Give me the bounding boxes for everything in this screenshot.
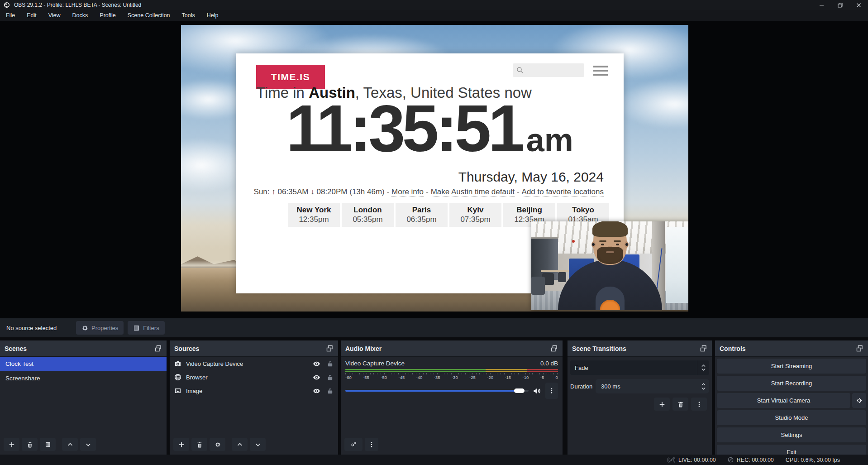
select-spinner[interactable] bbox=[697, 360, 709, 375]
lock-icon[interactable] bbox=[327, 360, 334, 367]
more-info-link[interactable]: More info bbox=[391, 187, 424, 197]
plus-icon bbox=[659, 401, 665, 407]
scenes-panel-header[interactable]: Scenes bbox=[0, 340, 167, 357]
duration-spinner[interactable] bbox=[701, 379, 706, 393]
mixer-toolbar bbox=[344, 438, 378, 451]
trash-icon bbox=[27, 441, 33, 448]
add-source-button[interactable] bbox=[173, 438, 189, 451]
move-scene-down-button[interactable] bbox=[80, 438, 96, 451]
menu-file[interactable]: File bbox=[0, 10, 21, 21]
trash-icon bbox=[677, 401, 684, 407]
volume-slider[interactable] bbox=[345, 386, 529, 396]
remove-scene-button[interactable] bbox=[22, 438, 38, 451]
transition-menu-button[interactable] bbox=[691, 398, 707, 411]
lock-icon[interactable] bbox=[327, 374, 334, 381]
audio-mixer-header[interactable]: Audio Mixer bbox=[341, 340, 563, 357]
menu-help[interactable]: Help bbox=[201, 10, 224, 21]
move-source-up-button[interactable] bbox=[232, 438, 248, 451]
chevron-down-icon bbox=[701, 387, 706, 390]
start-streaming-button[interactable]: Start Streaming bbox=[717, 359, 866, 374]
studio-mode-button[interactable]: Studio Mode bbox=[717, 410, 866, 425]
remove-source-button[interactable] bbox=[191, 438, 207, 451]
popout-icon[interactable] bbox=[326, 345, 334, 352]
source-row-image[interactable]: Image bbox=[170, 384, 338, 398]
volume-slider-handle[interactable] bbox=[514, 388, 525, 393]
chevron-up-icon bbox=[67, 441, 73, 448]
webcam-bright-window bbox=[666, 227, 688, 303]
visibility-eye-icon[interactable] bbox=[313, 360, 320, 368]
start-virtual-camera-button[interactable]: Start Virtual Camera bbox=[717, 393, 850, 408]
source-row-video-capture[interactable]: Video Capture Device bbox=[170, 357, 338, 370]
virtual-camera-config-button[interactable] bbox=[852, 393, 866, 408]
menu-tools[interactable]: Tools bbox=[176, 10, 201, 21]
menu-edit[interactable]: Edit bbox=[21, 10, 43, 21]
add-scene-button[interactable] bbox=[4, 438, 19, 451]
live-status: LIVE: 00:00:00 bbox=[668, 457, 716, 463]
chevron-down-icon bbox=[255, 441, 261, 448]
minimize-button[interactable] bbox=[812, 0, 831, 10]
scene-canvas[interactable]: TIME.IS Time in Austin, Texas, United St… bbox=[181, 25, 688, 312]
scene-filters-button[interactable] bbox=[40, 438, 56, 451]
menu-profile[interactable]: Profile bbox=[94, 10, 121, 21]
scene-transitions-header[interactable]: Scene Transitions bbox=[568, 340, 712, 357]
popout-icon[interactable] bbox=[856, 345, 863, 352]
filters-button[interactable]: Filters bbox=[128, 321, 164, 335]
transition-select[interactable]: Fade bbox=[570, 360, 709, 375]
duration-input[interactable]: 300 ms bbox=[596, 379, 709, 393]
rec-status: REC: 00:00:00 bbox=[728, 457, 774, 463]
properties-button[interactable]: Properties bbox=[76, 321, 124, 335]
move-source-down-button[interactable] bbox=[250, 438, 266, 451]
popout-icon[interactable] bbox=[700, 345, 707, 352]
globe-icon bbox=[174, 374, 181, 381]
source-properties-button[interactable] bbox=[210, 438, 225, 451]
visibility-eye-icon[interactable] bbox=[313, 374, 320, 381]
scene-item-clock-test[interactable]: Clock Test bbox=[0, 357, 167, 371]
popout-icon[interactable] bbox=[154, 345, 162, 352]
webcam-table bbox=[541, 270, 572, 272]
advanced-audio-button[interactable] bbox=[344, 438, 362, 451]
make-default-link[interactable]: Make Austin time default bbox=[431, 187, 515, 197]
start-recording-button[interactable]: Start Recording bbox=[717, 376, 866, 391]
hamburger-menu-icon[interactable] bbox=[593, 66, 608, 76]
separator: - bbox=[517, 187, 520, 197]
popout-icon[interactable] bbox=[550, 345, 558, 352]
add-transition-button[interactable] bbox=[654, 398, 670, 411]
speaker-icon[interactable] bbox=[533, 387, 541, 395]
lock-icon[interactable] bbox=[327, 388, 334, 394]
city-tile-london[interactable]: London 05:35pm bbox=[342, 203, 394, 227]
city-tile-new-york[interactable]: New York 12:35pm bbox=[288, 203, 340, 227]
scenes-toolbar bbox=[4, 438, 96, 451]
window-controls bbox=[812, 0, 868, 10]
sources-panel-header[interactable]: Sources bbox=[170, 340, 338, 357]
menu-docks[interactable]: Docks bbox=[67, 10, 94, 21]
close-button[interactable] bbox=[849, 0, 868, 10]
city-tile-kyiv[interactable]: Kyiv 07:35pm bbox=[449, 203, 501, 227]
menu-view[interactable]: View bbox=[43, 10, 67, 21]
mixer-channel-menu-button[interactable] bbox=[545, 383, 558, 399]
menu-scene-collection[interactable]: Scene Collection bbox=[122, 10, 176, 21]
restore-button[interactable] bbox=[831, 0, 849, 10]
mixer-channel: Video Capture Device 0.0 dB -60-55-50-45… bbox=[341, 357, 563, 399]
move-scene-up-button[interactable] bbox=[62, 438, 78, 451]
visibility-eye-icon[interactable] bbox=[313, 387, 320, 395]
camera-icon bbox=[174, 360, 181, 367]
source-status-text: No source selected bbox=[6, 325, 72, 331]
source-row-browser[interactable]: Browser bbox=[170, 370, 338, 384]
scene-item-screenshare[interactable]: Screenshare bbox=[0, 371, 167, 386]
chevron-down-icon bbox=[85, 441, 91, 448]
webcam-person-hair bbox=[592, 221, 628, 237]
chevron-down-icon bbox=[701, 368, 706, 371]
mixer-channel-name: Video Capture Device bbox=[345, 360, 405, 367]
mixer-level-db: 0.0 dB bbox=[540, 360, 558, 367]
separator: - bbox=[426, 187, 429, 197]
remove-transition-button[interactable] bbox=[672, 398, 688, 411]
cloud-decoration bbox=[615, 79, 688, 129]
controls-header[interactable]: Controls bbox=[715, 340, 868, 357]
timeis-search-input[interactable] bbox=[513, 63, 584, 77]
settings-button[interactable]: Settings bbox=[717, 427, 866, 442]
city-tile-paris[interactable]: Paris 06:35pm bbox=[396, 203, 448, 227]
kebab-menu-icon bbox=[368, 441, 375, 448]
mixer-menu-button[interactable] bbox=[365, 438, 378, 451]
favorite-locations-link[interactable]: Add to favorite locations bbox=[522, 187, 604, 197]
status-bar: LIVE: 00:00:00 REC: 00:00:00 CPU: 0.6%, … bbox=[0, 455, 868, 465]
